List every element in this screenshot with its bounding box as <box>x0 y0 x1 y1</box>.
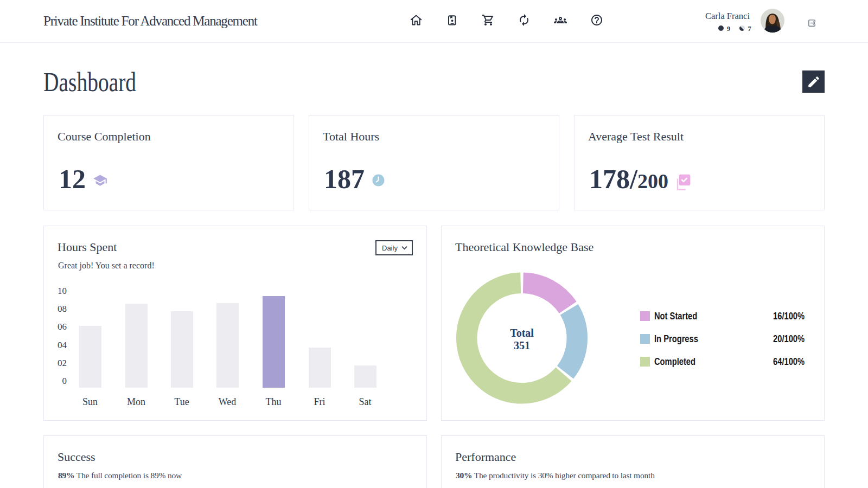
svg-text:7: 7 <box>748 24 751 32</box>
svg-text:9: 9 <box>727 24 730 32</box>
